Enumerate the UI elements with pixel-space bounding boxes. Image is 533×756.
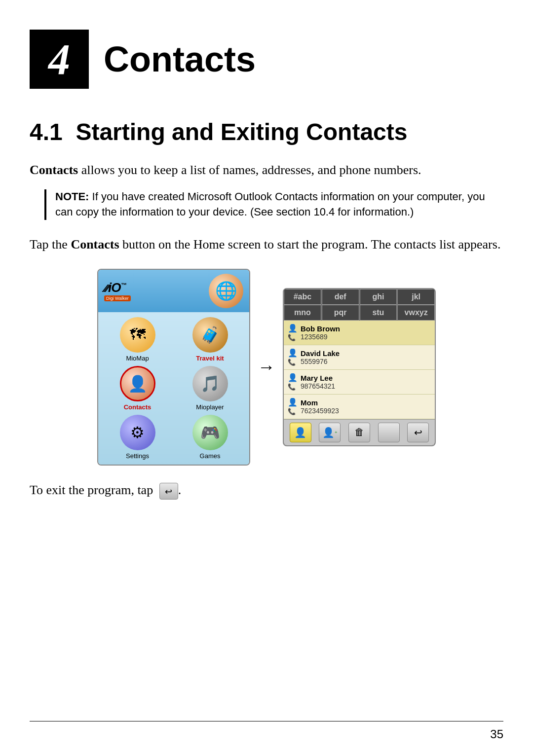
person-icon-mom: 👤 — [288, 397, 298, 407]
contact-mom[interactable]: 👤 📞 Mom 7623459923 — [284, 395, 435, 419]
home-icon-contacts[interactable]: 👤 Contacts — [103, 366, 172, 411]
contact-david-name: David Lake — [301, 349, 340, 358]
contact-mom-name: Mom — [301, 398, 339, 407]
chapter-number: 4 — [30, 30, 89, 89]
settings-label: Settings — [126, 452, 149, 460]
person-icon: 👤 — [288, 324, 298, 333]
contact-bob-brown[interactable]: 👤 📞 Bob Brown 1235689 — [284, 321, 435, 345]
alpha-tabs-row2: mno pqr stu vwxyz — [284, 305, 435, 321]
mioplayer-label: Mioplayer — [196, 403, 224, 411]
alpha-tab-ghi[interactable]: ghi — [360, 289, 397, 305]
contact-mom-info: Mom 7623459923 — [301, 398, 339, 415]
alpha-tab-def[interactable]: def — [322, 289, 359, 305]
tap-paragraph: Tap the Contacts button on the Home scre… — [30, 235, 503, 254]
home-screen-header: ∕∕∕iO™ Digi Walker 🌐 — [98, 270, 249, 312]
exit-text: To exit the program, tap — [30, 483, 153, 497]
exit-paragraph: To exit the program, tap ↩. — [30, 480, 503, 500]
tap-bold-word: Contacts — [71, 237, 119, 252]
screenshot-area: ∕∕∕iO™ Digi Walker 🌐 🗺 MioMap 🧳 Travel k… — [30, 269, 503, 466]
page-number: 35 — [490, 727, 503, 741]
contacts-screen-mockup: #abc def ghi jkl mno pqr stu vwxyz 👤 📞 B… — [283, 288, 436, 446]
contact-david-icon: 👤 📞 — [288, 348, 298, 366]
contact-bob-info: Bob Brown 1235689 — [301, 324, 340, 341]
settings-icon: ⚙ — [120, 415, 155, 450]
travelkit-label: Travel kit — [196, 355, 224, 362]
contact-bob-icon: 👤 📞 — [288, 324, 298, 342]
toolbar-delete-btn[interactable]: 🗑 — [348, 423, 370, 442]
alpha-tab-mno[interactable]: mno — [284, 305, 321, 321]
chapter-title-block: Contacts — [89, 30, 256, 89]
alpha-tab-stu[interactable]: stu — [360, 305, 397, 321]
exit-icon-inline: ↩ — [159, 483, 178, 500]
mio-logo-subtitle: Digi Walker — [104, 295, 131, 301]
phone-icon-mary: 📞 — [288, 383, 298, 391]
toolbar-add-btn[interactable]: 👤+ — [319, 423, 341, 442]
contact-mom-number: 7623459923 — [301, 407, 339, 415]
phone-icon-mom: 📞 — [288, 408, 298, 416]
toolbar-back-btn[interactable]: ↩ — [407, 423, 429, 442]
home-icon-games[interactable]: 🎮 Games — [176, 415, 244, 460]
toolbar-contacts-btn[interactable]: 👤 — [290, 423, 311, 442]
contact-bob-number: 1235689 — [301, 333, 340, 341]
toolbar-empty-btn[interactable] — [378, 423, 400, 442]
contact-david-lake[interactable]: 👤 📞 David Lake 5559976 — [284, 345, 435, 370]
mio-logo-text: ∕∕∕iO™ — [104, 280, 126, 295]
note-label: NOTE: — [55, 190, 89, 203]
home-screen-body: 🗺 MioMap 🧳 Travel kit 👤 Contacts 🎵 Miopl… — [98, 312, 249, 465]
contact-david-info: David Lake 5559976 — [301, 349, 340, 365]
chapter-title: Contacts — [104, 39, 256, 79]
contact-bob-name: Bob Brown — [301, 324, 340, 333]
intro-paragraph: Contacts allows you to keep a list of na… — [30, 160, 503, 180]
header-globe-icon: 🌐 — [209, 274, 243, 308]
intro-text: allows you to keep a list of names, addr… — [78, 163, 421, 177]
games-icon: 🎮 — [192, 415, 228, 450]
contact-mary-name: Mary Lee — [301, 374, 335, 382]
alpha-tab-abc[interactable]: #abc — [284, 289, 321, 305]
alpha-tab-pqr[interactable]: pqr — [322, 305, 359, 321]
alpha-tab-jkl[interactable]: jkl — [397, 289, 435, 305]
travelkit-icon: 🧳 — [192, 317, 228, 353]
person-icon-mary: 👤 — [288, 373, 298, 382]
phone-icon-david: 📞 — [288, 359, 298, 366]
home-icon-miomap[interactable]: 🗺 MioMap — [103, 317, 172, 362]
contact-david-number: 5559976 — [301, 358, 340, 365]
contact-mary-info: Mary Lee 987654321 — [301, 374, 335, 390]
person-icon-david: 👤 — [288, 348, 298, 358]
home-icon-mioplayer[interactable]: 🎵 Mioplayer — [176, 366, 244, 411]
contacts-list: 👤 📞 Bob Brown 1235689 👤 📞 David Lake 555… — [284, 321, 435, 419]
note-text: If you have created Microsoft Outlook Co… — [55, 190, 485, 218]
home-icon-travelkit[interactable]: 🧳 Travel kit — [176, 317, 244, 362]
contact-mary-lee[interactable]: 👤 📞 Mary Lee 987654321 — [284, 370, 435, 395]
miomap-icon: 🗺 — [120, 317, 155, 353]
alpha-tab-vwxyz[interactable]: vwxyz — [397, 305, 435, 321]
contacts-label: Contacts — [124, 403, 152, 411]
mioplayer-icon: 🎵 — [192, 366, 228, 401]
intro-bold-word: Contacts — [30, 163, 78, 177]
miomap-label: MioMap — [126, 355, 149, 362]
contacts-toolbar: 👤 👤+ 🗑 ↩ — [284, 419, 435, 445]
section-number: 4.1 — [30, 119, 63, 145]
tap-text-after: button on the Home screen to start the p… — [119, 237, 501, 252]
footer-line — [30, 721, 503, 721]
games-label: Games — [200, 452, 221, 460]
contact-mary-number: 987654321 — [301, 382, 335, 390]
phone-icon: 📞 — [288, 334, 298, 342]
section-title: Starting and Exiting Contacts — [76, 119, 407, 145]
contact-mom-icon: 👤 📞 — [288, 397, 298, 416]
tap-text-before: Tap the — [30, 237, 71, 252]
transition-arrow: → — [258, 357, 275, 377]
contacts-icon: 👤 — [120, 366, 155, 401]
contact-mary-icon: 👤 📞 — [288, 373, 298, 391]
section-heading: 4.1 Starting and Exiting Contacts — [30, 118, 503, 145]
home-icon-settings[interactable]: ⚙ Settings — [103, 415, 172, 460]
chapter-header: 4 Contacts — [30, 30, 503, 89]
alpha-tabs-row1: #abc def ghi jkl — [284, 289, 435, 305]
mio-logo: ∕∕∕iO™ Digi Walker — [104, 280, 131, 301]
note-block: NOTE: If you have created Microsoft Outl… — [44, 189, 503, 220]
home-screen-mockup: ∕∕∕iO™ Digi Walker 🌐 🗺 MioMap 🧳 Travel k… — [97, 269, 250, 466]
